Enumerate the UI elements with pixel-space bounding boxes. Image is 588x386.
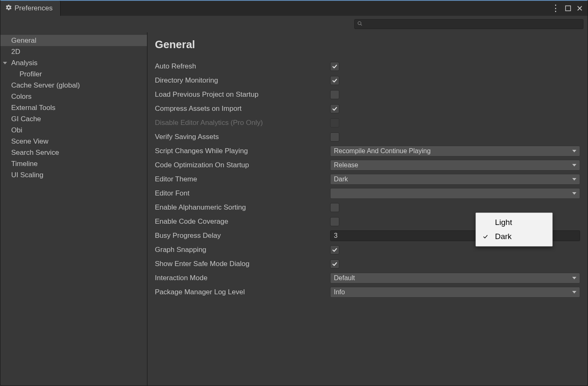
chevron-down-icon [572,161,576,169]
gear-icon [5,4,12,13]
sidebar-item-label: Cache Server (global) [11,81,80,90]
dropdown[interactable]: Release [330,160,580,171]
tab-preferences[interactable]: Preferences [0,1,61,16]
checkbox[interactable] [330,90,339,99]
field-label: Show Enter Safe Mode Dialog [155,260,330,268]
dropdown-option-label: Dark [495,232,512,241]
chevron-down-icon [572,176,576,183]
field-label: Compress Assets on Import [155,105,330,113]
field-label: Script Changes While Playing [155,147,330,155]
sidebar-item-obi[interactable]: Obi [0,125,147,136]
window-controls: ⋮ [547,5,588,12]
sidebar-item-ui-scaling[interactable]: UI Scaling [0,169,147,181]
svg-marker-6 [572,150,576,152]
field-row: Code Optimization On StartupRelease [155,158,580,172]
main-panel: General Auto RefreshDirectory Monitoring… [147,32,588,386]
sidebar-item-label: GI Cache [11,115,41,123]
sidebar-item-gi-cache[interactable]: GI Cache [0,113,147,125]
sidebar-item-scene-view[interactable]: Scene View [0,136,147,147]
dropdown[interactable]: Recompile And Continue Playing [330,146,580,156]
field-row: Verify Saving Assets [155,130,580,144]
svg-rect-0 [566,6,571,11]
checkbox[interactable] [330,217,339,226]
dropdown-option-light[interactable]: Light [476,215,552,230]
field-row: Compress Assets on Import [155,102,580,116]
dropdown-value: Default [334,274,355,282]
svg-marker-10 [572,277,576,279]
sidebar-item-profiler[interactable]: Profiler [0,68,147,80]
page-title: General [155,38,580,51]
checkbox[interactable] [330,104,339,113]
field-row: Editor Font [155,186,580,200]
dropdown-value: Recompile And Continue Playing [334,147,431,155]
sidebar-item-search-service[interactable]: Search Service [0,147,147,158]
sidebar-item-cache-server-global-[interactable]: Cache Server (global) [0,80,147,91]
svg-marker-7 [572,164,576,166]
field-label: Disable Editor Analytics (Pro Only) [155,119,330,127]
sidebar-item-timeline[interactable]: Timeline [0,158,147,169]
field-label: Editor Font [155,189,330,198]
dropdown-option-dark[interactable]: Dark [476,230,552,244]
svg-point-3 [358,22,361,24]
dropdown[interactable]: Dark [330,174,580,185]
sidebar-item-label: Search Service [11,149,59,157]
maximize-icon[interactable] [564,5,572,12]
sidebar-item-colors[interactable]: Colors [0,91,147,102]
search-icon [357,20,363,28]
chevron-down-icon [572,288,576,296]
checkbox[interactable] [330,203,339,212]
chevron-down-icon [3,61,9,65]
checkbox [330,118,339,127]
chevron-down-icon [572,274,576,282]
chevron-down-icon [572,147,576,155]
sidebar-item-label: External Tools [11,104,55,112]
dropdown-value: Info [334,288,345,296]
sidebar-item-label: Colors [11,93,32,101]
sidebar-item-label: 2D [11,48,20,56]
field-row: Auto Refresh [155,59,580,73]
field-label: Directory Monitoring [155,76,330,85]
checkbox[interactable] [330,245,339,254]
field-label: Load Previous Project on Startup [155,90,330,99]
close-icon[interactable] [576,5,583,12]
field-row: Show Enter Safe Mode Dialog [155,257,580,271]
search-input-wrapper[interactable] [354,19,583,29]
dropdown-option-label: Light [495,218,512,227]
sidebar-item-external-tools[interactable]: External Tools [0,102,147,113]
search-row [0,16,588,32]
field-label: Graph Snapping [155,246,330,254]
sidebar-item-label: Obi [11,126,22,134]
editor-theme-dropdown-menu: LightDark [475,213,553,247]
dropdown[interactable] [330,188,580,199]
dropdown[interactable]: Info [330,287,580,298]
sidebar-item-2d[interactable]: 2D [0,46,147,57]
svg-line-4 [361,24,362,26]
titlebar: Preferences ⋮ [0,1,588,16]
search-input[interactable] [365,21,581,27]
svg-marker-5 [3,62,7,64]
field-label: Editor Theme [155,175,330,183]
checkbox[interactable] [330,76,339,85]
checkmark-icon [483,234,495,239]
chevron-down-icon [572,190,576,197]
sidebar-item-analysis[interactable]: Analysis [0,57,147,68]
checkbox[interactable] [330,62,339,71]
checkbox[interactable] [330,259,339,269]
field-label: Auto Refresh [155,62,330,71]
sidebar: General2DAnalysisProfilerCache Server (g… [0,32,147,386]
field-row: Package Manager Log LevelInfo [155,285,580,299]
checkbox[interactable] [330,132,339,142]
field-row: Directory Monitoring [155,73,580,88]
field-label: Busy Progress Delay [155,232,330,240]
sidebar-item-general[interactable]: General [0,35,147,46]
preferences-window: Preferences ⋮ General2DAnalysisProfilerC… [0,0,588,386]
dropdown[interactable]: Default [330,273,580,283]
field-label: Enable Alphanumeric Sorting [155,203,330,212]
sidebar-item-label: Scene View [11,137,48,146]
field-label: Verify Saving Assets [155,133,330,141]
dropdown-value: Release [334,161,358,169]
field-label: Enable Code Coverage [155,217,330,226]
sidebar-item-label: Timeline [11,160,38,168]
svg-marker-9 [572,192,576,195]
svg-marker-11 [572,291,576,293]
